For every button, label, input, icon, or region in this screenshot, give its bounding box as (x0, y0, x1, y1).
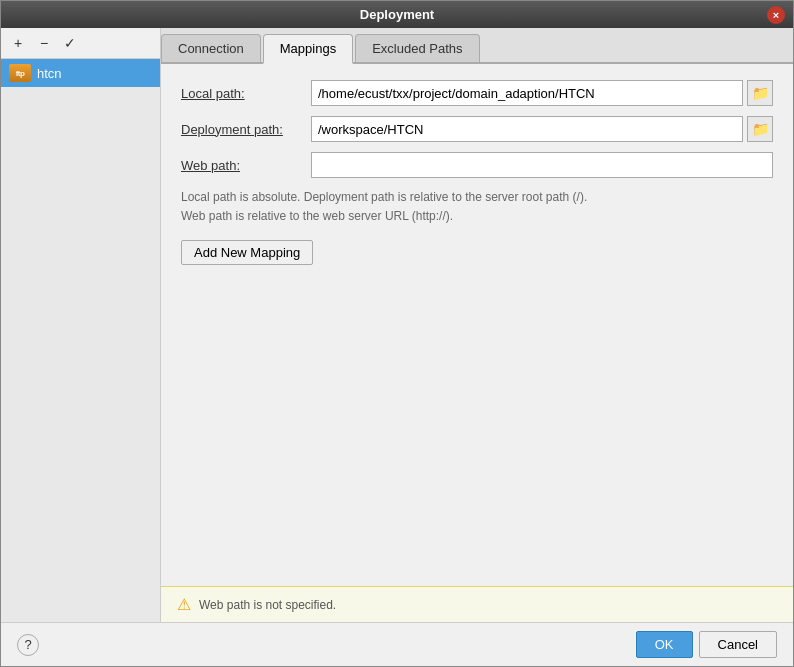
main-panel: Connection Mappings Excluded Paths Local… (161, 28, 793, 622)
web-path-label: Web path: (181, 158, 311, 173)
warning-icon: ⚠ (177, 595, 191, 614)
title-bar: Deployment × (1, 1, 793, 28)
hint-line1: Local path is absolute. Deployment path … (181, 188, 773, 207)
web-path-row: Web path: (181, 152, 773, 178)
tab-excluded-paths[interactable]: Excluded Paths (355, 34, 479, 62)
hint-text: Local path is absolute. Deployment path … (181, 188, 773, 226)
add-new-mapping-button[interactable]: Add New Mapping (181, 240, 313, 265)
ftp-icon: ftp (9, 64, 31, 82)
ok-button[interactable]: OK (636, 631, 693, 658)
deployment-dialog: Deployment × + − ✓ ftp htcn (0, 0, 794, 667)
form-area: Local path: 📁 Deployment path: (161, 64, 793, 586)
folder-icon-2: 📁 (752, 121, 769, 137)
close-button[interactable]: × (767, 6, 785, 24)
web-path-input-wrap (311, 152, 773, 178)
local-path-label: Local path: (181, 86, 311, 101)
bottom-buttons: OK Cancel (636, 631, 777, 658)
hint-line2: Web path is relative to the web server U… (181, 207, 773, 226)
tab-bar: Connection Mappings Excluded Paths (161, 28, 793, 64)
add-server-button[interactable]: + (7, 32, 29, 54)
deployment-path-row: Deployment path: 📁 (181, 116, 773, 142)
web-path-input[interactable] (311, 152, 773, 178)
deployment-path-label: Deployment path: (181, 122, 311, 137)
sidebar-toolbar: + − ✓ (1, 28, 160, 59)
tab-mappings[interactable]: Mappings (263, 34, 353, 64)
remove-server-button[interactable]: − (33, 32, 55, 54)
sidebar-item-label: htcn (37, 66, 62, 81)
local-path-input[interactable] (311, 80, 743, 106)
warning-message: Web path is not specified. (199, 598, 336, 612)
folder-icon: 📁 (752, 85, 769, 101)
bottom-bar: ? OK Cancel (1, 622, 793, 666)
sidebar: + − ✓ ftp htcn (1, 28, 161, 622)
sidebar-item-htcn[interactable]: ftp htcn (1, 59, 160, 87)
local-path-input-wrap: 📁 (311, 80, 773, 106)
tab-connection[interactable]: Connection (161, 34, 261, 62)
content-area: + − ✓ ftp htcn Connection (1, 28, 793, 622)
help-button[interactable]: ? (17, 634, 39, 656)
warning-bar: ⚠ Web path is not specified. (161, 586, 793, 622)
deployment-path-input-wrap: 📁 (311, 116, 773, 142)
confirm-server-button[interactable]: ✓ (59, 32, 81, 54)
deployment-path-input[interactable] (311, 116, 743, 142)
dialog-title: Deployment (360, 7, 434, 22)
local-path-row: Local path: 📁 (181, 80, 773, 106)
local-path-browse-button[interactable]: 📁 (747, 80, 773, 106)
cancel-button[interactable]: Cancel (699, 631, 777, 658)
deployment-path-browse-button[interactable]: 📁 (747, 116, 773, 142)
